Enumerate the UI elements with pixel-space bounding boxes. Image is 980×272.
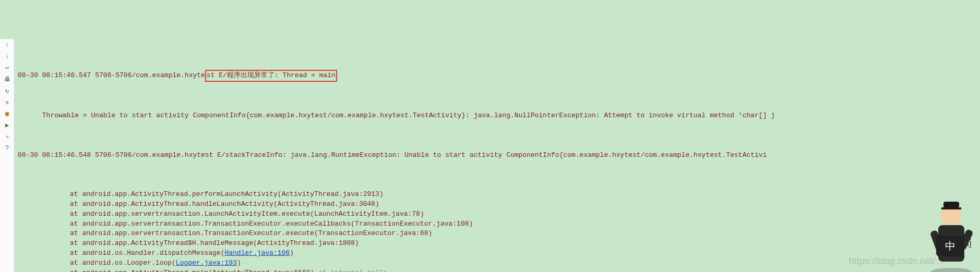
stack-frame: at android.app.ActivityThread.main(Activ… (18, 268, 980, 272)
log-line: 08-30 08:15:46.547 5706-5706/com.example… (18, 70, 980, 82)
watermark-text: https://blog.csdn.net/... (849, 254, 943, 268)
log-text: at android.os.Handler.dispatchMessage( (70, 249, 224, 257)
log-text: at android.app.ActivityThread.main(Activ… (70, 269, 318, 272)
settings-icon[interactable]: ✲ (3, 98, 11, 107)
restart-icon[interactable]: ↻ (3, 87, 11, 95)
stack-frame: at android.app.servertransaction.LaunchA… (18, 209, 980, 219)
print-icon[interactable]: 🖶 (3, 76, 11, 84)
log-text: ) (290, 249, 294, 257)
log-text: at android.app.ActivityThread$H.handleMe… (70, 239, 359, 247)
log-text: Throwable = Unable to start activity Com… (42, 112, 775, 119)
log-text: at android.os.Looper.loop( (70, 259, 176, 267)
stack-frame: at android.app.ActivityThread$H.handleMe… (18, 239, 980, 249)
log-line: 08-30 08:15:46.548 5706-5706/com.example… (18, 151, 980, 160)
logcat-output: 08-30 08:15:46.547 5706-5706/com.example… (15, 39, 980, 272)
profiler-icon[interactable]: ▶ (3, 121, 11, 130)
arrow-up-icon[interactable]: ↑ (3, 41, 11, 50)
wrap-icon[interactable]: ↩ (3, 64, 11, 72)
stack-frame: at android.app.servertransaction.Transac… (18, 219, 980, 229)
log-text: ) (237, 259, 241, 267)
camera-icon[interactable]: ▣ (3, 110, 11, 118)
stack-frame: at android.app.ActivityThread.handleLaun… (18, 200, 980, 209)
arrow-down-icon[interactable]: ↓ (3, 53, 11, 61)
stack-frame: at android.os.Looper.loop(Looper.java:19… (18, 258, 980, 268)
source-link[interactable]: Looper.java:193 (176, 259, 237, 267)
collapsed-frames[interactable]: <1 internal call> (318, 269, 388, 272)
log-text: at android.app.servertransaction.Transac… (70, 220, 473, 228)
stack-frame: at android.app.ActivityThread.performLau… (18, 190, 980, 200)
log-text: 08-30 08:15:46.548 5706-5706/com.example… (18, 151, 767, 159)
log-indent (18, 112, 42, 119)
add-icon[interactable]: ＋ (3, 133, 11, 141)
log-line: Throwable = Unable to start activity Com… (18, 111, 980, 121)
source-link[interactable]: Handler.java:106 (224, 249, 290, 257)
log-text: at android.app.ActivityThread.handleLaun… (70, 200, 379, 208)
gutter-toolbar: ↑↓↩🖶↻✲▣▶＋? (0, 39, 15, 272)
stack-frame: at android.os.Handler.dispatchMessage(Ha… (18, 249, 980, 258)
log-text: at android.app.servertransaction.Transac… (70, 229, 432, 237)
log-text: 08-30 08:15:46.547 5706-5706/com.example… (18, 71, 205, 79)
help-icon[interactable]: ? (3, 144, 11, 153)
stack-frame: at android.app.servertransaction.Transac… (18, 229, 980, 239)
ime-badge[interactable]: 中 (936, 236, 964, 256)
highlight-thread-main: st E/程序出现异常了: Thread = main (205, 70, 337, 82)
log-text: at android.app.ActivityThread.performLau… (70, 190, 384, 198)
log-text: at android.app.servertransaction.LaunchA… (70, 210, 424, 218)
